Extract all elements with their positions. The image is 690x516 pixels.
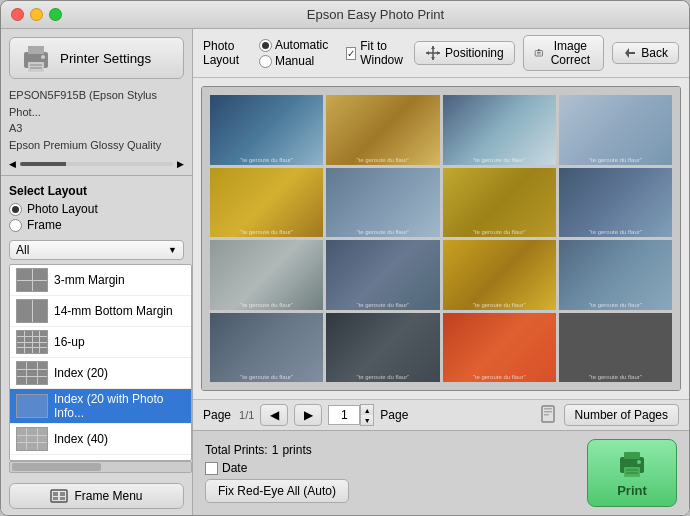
photo-layout-radio-item[interactable]: Photo Layout	[9, 202, 184, 216]
layout-item-label: 3-mm Margin	[54, 273, 125, 287]
page-label: Page	[203, 408, 231, 422]
printer-info: EPSON5F915B (Epson Stylus Phot... A3 Eps…	[1, 87, 192, 157]
svg-rect-9	[53, 497, 58, 500]
date-checkbox[interactable]	[205, 462, 218, 475]
date-label: Date	[222, 461, 247, 475]
photo-cell-3: "te geroute du flaur"	[443, 95, 556, 165]
pages-icon	[538, 404, 560, 426]
photo-layout-radio[interactable]	[9, 203, 22, 216]
maximize-button[interactable]	[49, 8, 62, 21]
automatic-radio[interactable]	[259, 39, 272, 52]
horizontal-scrollbar[interactable]	[9, 461, 192, 473]
layout-radio-group: Photo Layout Frame	[1, 200, 192, 236]
layout-item-index20-photo-info[interactable]: Index (20 with Photo Info...	[10, 389, 191, 424]
page-number-input[interactable]: 1	[328, 405, 360, 425]
layout-filter-dropdown-row: All ▼	[1, 236, 192, 264]
next-arrow-icon: ▶	[304, 408, 313, 422]
dropdown-value: All	[16, 243, 29, 257]
next-page-button[interactable]: ▶	[294, 404, 322, 426]
preview-area: "te geroute du flaur""te geroute du flau…	[201, 86, 681, 391]
photo-cell-13: "te geroute du flaur"	[210, 313, 323, 383]
photo-cell-6: "te geroute du flaur"	[326, 168, 439, 238]
fix-redeye-button[interactable]: Fix Red-Eye All (Auto)	[205, 479, 349, 503]
quality-slider[interactable]	[20, 162, 173, 166]
photo-caption: "te geroute du flaur"	[559, 229, 672, 235]
print-button[interactable]: Print	[587, 439, 677, 507]
stepper-up[interactable]: ▲	[361, 405, 373, 415]
frame-menu-button[interactable]: Frame Menu	[9, 483, 184, 509]
num-of-pages-group: Number of Pages	[538, 404, 679, 426]
layout-list[interactable]: 3-mm Margin 14-mm Bottom Margin	[9, 264, 192, 461]
svg-point-20	[538, 49, 540, 51]
svg-marker-13	[431, 46, 435, 49]
layout-item-label: Index (20 with Photo Info...	[54, 392, 185, 420]
positioning-icon	[425, 45, 441, 61]
svg-marker-15	[426, 51, 429, 55]
layout-thumb-3mm	[16, 268, 48, 292]
page-number-input-group: 1 ▲ ▼	[328, 404, 374, 426]
photo-cell-16: "te geroute du flaur"	[559, 313, 672, 383]
page-current: 1/1	[239, 409, 254, 421]
print-button-label: Print	[617, 483, 647, 498]
layout-item-16up[interactable]: 16-up	[10, 327, 191, 358]
photo-cell-4: "te geroute du flaur"	[559, 95, 672, 165]
layout-item-14mm[interactable]: 14-mm Bottom Margin	[10, 296, 191, 327]
svg-rect-28	[624, 452, 640, 459]
fit-to-window-label: Fit to Window	[360, 39, 406, 67]
photo-caption: "te geroute du flaur"	[326, 157, 439, 163]
close-button[interactable]	[11, 8, 24, 21]
layout-thumb-index40	[16, 427, 48, 451]
stepper-down[interactable]: ▼	[361, 415, 373, 425]
photo-cell-10: "te geroute du flaur"	[326, 240, 439, 310]
number-of-pages-label: Number of Pages	[575, 408, 668, 422]
photo-caption: "te geroute du flaur"	[210, 302, 323, 308]
frame-radio[interactable]	[9, 219, 22, 232]
layout-item-label: 14-mm Bottom Margin	[54, 304, 173, 318]
image-correct-label: Image Correct	[547, 39, 593, 67]
back-label: Back	[641, 46, 668, 60]
page-stepper[interactable]: ▲ ▼	[360, 404, 374, 426]
number-of-pages-button[interactable]: Number of Pages	[564, 404, 679, 426]
printer-settings-button[interactable]: Printer Settings	[9, 37, 184, 79]
svg-rect-1	[28, 46, 44, 54]
layout-filter-dropdown[interactable]: All ▼	[9, 240, 184, 260]
photo-caption: "te geroute du flaur"	[443, 302, 556, 308]
layout-item-index20[interactable]: Index (20)	[10, 358, 191, 389]
main-content: Printer Settings EPSON5F915B (Epson Styl…	[1, 29, 689, 515]
back-button[interactable]: Back	[612, 42, 679, 64]
photo-caption: "te geroute du flaur"	[559, 157, 672, 163]
frame-menu-label: Frame Menu	[74, 489, 142, 503]
printer-settings-label: Printer Settings	[60, 51, 151, 66]
total-prints-value: 1	[272, 443, 279, 457]
layout-item-index40[interactable]: Index (40)	[10, 424, 191, 455]
automatic-radio-item[interactable]: Automatic	[259, 38, 328, 52]
minimize-button[interactable]	[30, 8, 43, 21]
photo-layout-toolbar-label: Photo Layout	[203, 39, 247, 67]
layout-item-3mm[interactable]: 3-mm Margin	[10, 265, 191, 296]
layout-thumb-index20-info	[16, 394, 48, 418]
photo-caption: "te geroute du flaur"	[326, 229, 439, 235]
image-correct-button[interactable]: Image Correct	[523, 35, 605, 71]
fit-to-window-row: Fit to Window	[346, 39, 406, 67]
quality-slider-row: ◀ ▶	[1, 157, 192, 171]
slider-left-arrow: ◀	[9, 159, 16, 169]
fit-to-window-checkbox[interactable]	[346, 47, 356, 60]
select-layout-label: Select Layout	[1, 180, 192, 200]
slider-right-arrow: ▶	[177, 159, 184, 169]
page-word-label: Page	[380, 408, 408, 422]
manual-radio[interactable]	[259, 55, 272, 68]
manual-radio-item[interactable]: Manual	[259, 54, 328, 68]
photo-cell-15: "te geroute du flaur"	[443, 313, 556, 383]
photo-caption: "te geroute du flaur"	[326, 374, 439, 380]
printer-name: EPSON5F915B (Epson Stylus Phot...	[9, 87, 184, 120]
layout-item-label: 16-up	[54, 335, 85, 349]
prev-page-button[interactable]: ◀	[260, 404, 288, 426]
positioning-button[interactable]: Positioning	[414, 41, 515, 65]
svg-marker-14	[431, 57, 435, 60]
photo-caption: "te geroute du flaur"	[210, 374, 323, 380]
frame-radio-item[interactable]: Frame	[9, 218, 184, 232]
svg-rect-30	[626, 469, 638, 471]
traffic-lights	[11, 8, 62, 21]
svg-rect-26	[544, 414, 549, 416]
photo-cell-2: "te geroute du flaur"	[326, 95, 439, 165]
